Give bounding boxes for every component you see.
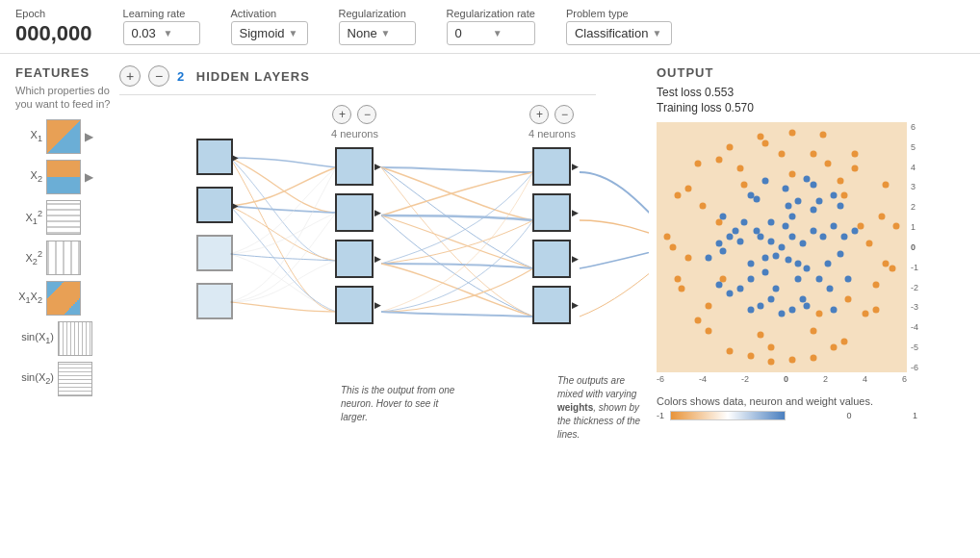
feature-x1sq-box[interactable] — [46, 200, 81, 235]
input-x2-node: ▶ — [196, 187, 233, 231]
dot — [768, 296, 775, 303]
layer1-remove-neuron[interactable]: − — [357, 105, 376, 124]
add-layer-button[interactable]: + — [119, 65, 141, 87]
dot — [761, 177, 768, 184]
dot — [768, 344, 775, 351]
dot — [720, 275, 727, 282]
feature-x1-box[interactable] — [46, 119, 81, 154]
activation-arrow: ▼ — [289, 28, 299, 38]
dot — [824, 161, 831, 167]
dot — [747, 352, 754, 359]
layer2-remove-neuron[interactable]: − — [554, 105, 574, 124]
dot — [768, 359, 775, 366]
features-title: FEATURES — [15, 65, 112, 80]
layer2-neuron-1[interactable]: ▶ — [532, 147, 571, 186]
layer2-neuron-2[interactable]: ▶ — [532, 193, 571, 232]
dot — [845, 296, 852, 303]
reg-rate-group: Regularization rate 0 ▼ — [447, 8, 535, 45]
feature-sinx1-box[interactable] — [58, 321, 92, 356]
layer1-column: + − 4 neurons ▶ ▶ ▶ ▶ — [331, 105, 378, 332]
annotation-weights: The outputs are mixed with varying weigh… — [557, 374, 649, 442]
dot — [674, 275, 681, 282]
hidden-layers-label: HIDDEN LAYERS — [192, 69, 310, 84]
feature-x2sq-box[interactable] — [46, 241, 81, 275]
dot — [706, 302, 712, 309]
lr-label: Learning rate — [123, 8, 200, 19]
feature-x1x2: X1X2 — [15, 281, 112, 316]
feature-x1x2-box[interactable] — [46, 281, 81, 316]
feature-x2-box[interactable] — [46, 160, 81, 194]
dot — [788, 129, 795, 136]
layer1-n4-arrow: ▶ — [374, 300, 381, 310]
layer2-neuron-4[interactable]: ▶ — [532, 286, 571, 324]
layer1-neuron-4[interactable]: ▶ — [335, 286, 374, 324]
layer1-add-neuron[interactable]: + — [332, 105, 351, 124]
dot — [816, 311, 823, 317]
layer2-add-neuron[interactable]: + — [529, 105, 549, 124]
layer2-neuron-3[interactable]: ▶ — [532, 240, 571, 278]
dot — [810, 354, 816, 361]
reg-rate-value: 0 — [455, 26, 489, 40]
dot — [779, 311, 786, 317]
dot — [747, 307, 754, 314]
dot — [831, 223, 838, 230]
dot — [684, 186, 691, 192]
activation-select[interactable]: Sigmoid ▼ — [231, 21, 308, 45]
dot — [788, 234, 795, 241]
dot — [726, 144, 733, 151]
layer1-neuron-1[interactable]: ▶ — [335, 147, 374, 186]
dot — [851, 150, 858, 157]
dot — [889, 265, 895, 271]
layer1-neuron-3[interactable]: ▶ — [335, 240, 374, 278]
lr-arrow: ▼ — [164, 28, 192, 38]
dot — [716, 282, 723, 289]
activation-value: Sigmoid — [240, 26, 285, 40]
main-content: FEATURES Which properties do you want to… — [0, 54, 980, 558]
feature-sinx2: sin(X2) — [15, 362, 112, 396]
problem-value: Classification — [575, 26, 649, 40]
layer1-neuron-2[interactable]: ▶ — [335, 193, 374, 232]
network-panel: + − 2 HIDDEN LAYERS — [119, 65, 649, 546]
dot — [810, 327, 816, 334]
problem-group: Problem type Classification ▼ — [566, 8, 672, 45]
dot — [695, 317, 702, 323]
regularization-select[interactable]: None ▼ — [339, 21, 416, 45]
annotation-neuron: This is the output from one neuron. Hove… — [341, 384, 456, 424]
dot — [785, 202, 791, 209]
input-x1-arrow: ▶ — [231, 152, 239, 163]
feature-sinx2-box[interactable] — [58, 362, 92, 396]
layer2-column: + − 4 neurons ▶ ▶ ▶ ▶ — [529, 105, 576, 332]
dot — [747, 275, 754, 282]
dot — [862, 311, 868, 317]
dot — [788, 213, 795, 219]
activation-label: Activation — [231, 8, 308, 19]
lr-select[interactable]: 0.03 ▼ — [123, 21, 200, 45]
dot — [788, 307, 795, 314]
dot — [893, 223, 900, 230]
remove-layer-button[interactable]: − — [148, 65, 169, 87]
dot — [779, 150, 786, 157]
reg-rate-label: Regularization rate — [447, 8, 535, 19]
dot — [747, 261, 754, 267]
dot — [837, 202, 843, 209]
layer1-n1-arrow: ▶ — [374, 162, 381, 171]
dot — [783, 223, 789, 230]
dot — [804, 302, 811, 309]
dot — [831, 191, 838, 198]
dot — [674, 191, 681, 198]
dot — [841, 234, 848, 241]
dot — [726, 348, 733, 355]
regularization-arrow: ▼ — [381, 28, 407, 38]
input-x1sq-node — [196, 235, 233, 279]
epoch-group: Epoch 000,000 — [15, 8, 92, 46]
dot — [841, 191, 848, 198]
dot — [837, 177, 843, 184]
dot — [768, 238, 775, 244]
reg-rate-select[interactable]: 0 ▼ — [447, 21, 535, 45]
chart-area: -6 -4 -2 0 2 4 6 6 5 4 3 2 1 0 -1 -2 — [657, 122, 965, 384]
dot — [741, 219, 748, 226]
problem-select[interactable]: Classification ▼ — [566, 21, 672, 45]
test-loss: Test loss 0.553 — [657, 86, 965, 99]
dot — [699, 202, 706, 209]
dot — [695, 161, 702, 167]
